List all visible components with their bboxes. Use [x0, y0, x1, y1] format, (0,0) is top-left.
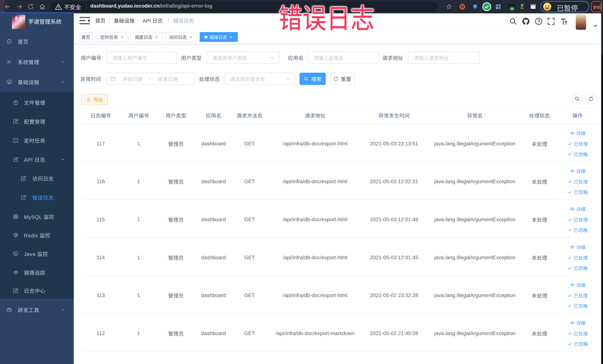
svg-text:on: on	[511, 8, 513, 10]
